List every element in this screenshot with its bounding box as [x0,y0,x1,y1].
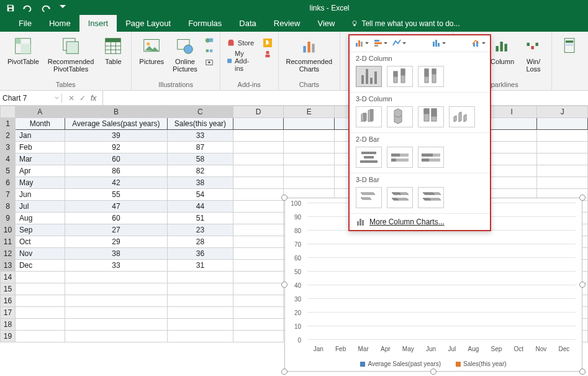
cell-C5[interactable]: 82 [168,165,233,177]
cell-J2[interactable] [537,130,588,142]
cell-I4[interactable] [486,154,537,165]
cell-C2[interactable]: 33 [168,130,233,142]
col-header-I[interactable]: I [486,106,537,118]
cell-I5[interactable] [486,165,537,177]
cell-C6[interactable]: 38 [168,177,233,189]
tab-home[interactable]: Home [40,15,79,32]
row-header-6[interactable]: 6 [1,177,16,189]
my-addins-button[interactable]: My Add-ins [225,49,258,73]
cell-B9[interactable]: 60 [65,213,167,224]
pivottable-button[interactable]: PivotTable [5,34,42,66]
undo-button[interactable] [20,1,36,15]
cell-A5[interactable]: Apr [15,165,65,177]
col-header-D[interactable]: D [233,106,284,118]
fx-label[interactable]: fx [91,94,96,103]
cell-B11[interactable]: 29 [65,236,167,248]
cell-B7[interactable]: 55 [65,189,167,201]
enter-formula-icon[interactable]: ✓ [79,94,86,103]
cell-E1[interactable] [284,118,335,130]
cell-B5[interactable]: 86 [65,165,167,177]
cell-B14[interactable] [65,272,167,283]
cell-D14[interactable] [233,272,284,283]
cell-A11[interactable]: Oct [15,236,65,248]
cell-B18[interactable] [65,319,167,331]
chart-resize-handle[interactable] [579,369,586,375]
cell-D12[interactable] [233,248,284,260]
row-header-8[interactable]: 8 [1,201,16,213]
stacked100-bar-2d[interactable] [418,147,444,168]
cell-D1[interactable] [233,118,284,130]
stacked100-column-3d[interactable] [418,106,444,127]
cell-A16[interactable] [15,295,65,307]
name-box[interactable]: Chart 7 [0,94,62,103]
sparkline-winloss-button[interactable]: Win/ Loss [520,34,546,74]
cell-C12[interactable]: 36 [168,248,233,260]
cell-D5[interactable] [233,165,284,177]
cell-A4[interactable]: Mar [15,154,65,165]
cell-D17[interactable] [233,307,284,319]
chart-resize-handle[interactable] [281,195,287,201]
histogram-type-btn[interactable] [430,37,446,49]
cell-D15[interactable] [233,283,284,295]
cell-B6[interactable]: 42 [65,177,167,189]
tab-view[interactable]: View [309,15,343,32]
cell-B10[interactable]: 27 [65,224,167,236]
pictures-button[interactable]: Pictures [137,34,166,66]
cell-B16[interactable] [65,295,167,307]
row-header-17[interactable]: 17 [1,307,16,319]
screenshot-button[interactable] [204,58,215,68]
row-header-12[interactable]: 12 [1,248,16,260]
tab-insert[interactable]: Insert [79,15,117,32]
bar-chart-type-btn[interactable] [372,37,388,49]
cell-E3[interactable] [284,142,335,154]
cell-B15[interactable] [65,283,167,295]
cell-C16[interactable] [168,295,233,307]
row-header-16[interactable]: 16 [1,295,16,307]
col-header-C[interactable]: C [168,106,233,118]
cell-B8[interactable]: 47 [65,201,167,213]
cell-C9[interactable]: 51 [168,213,233,224]
cell-A14[interactable] [15,272,65,283]
cell-C17[interactable] [168,307,233,319]
stacked-column-3d[interactable] [387,106,413,127]
cell-A10[interactable]: Sep [15,224,65,236]
cell-C3[interactable]: 87 [168,142,233,154]
cell-I1[interactable] [486,118,537,130]
cell-D16[interactable] [233,295,284,307]
stacked-bar-3d[interactable] [387,187,413,208]
row-header-9[interactable]: 9 [1,213,16,224]
tab-file[interactable]: File [10,15,40,32]
cell-C10[interactable]: 23 [168,224,233,236]
cell-J6[interactable] [537,177,588,189]
cell-A18[interactable] [15,319,65,331]
chart-resize-handle[interactable] [579,282,586,288]
cell-B17[interactable] [65,307,167,319]
cell-I6[interactable] [486,177,537,189]
bing-maps-button[interactable] [262,38,273,48]
row-header-13[interactable]: 13 [1,260,16,272]
row-header-15[interactable]: 15 [1,283,16,295]
cell-C1[interactable]: Sales(this year) [168,118,233,130]
slicer-button[interactable] [557,34,583,59]
qat-customize[interactable] [55,1,71,15]
cell-B19[interactable] [65,331,167,342]
cell-D18[interactable] [233,319,284,331]
smartart-button[interactable] [204,47,215,57]
cell-J1[interactable] [537,118,588,130]
cell-A12[interactable]: Nov [15,248,65,260]
row-header-3[interactable]: 3 [1,142,16,154]
line-chart-type-btn[interactable] [391,37,407,49]
chart-resize-handle[interactable] [579,195,586,201]
combo-type-btn[interactable] [470,37,486,49]
cell-C19[interactable] [168,331,233,342]
row-header-5[interactable]: 5 [1,165,16,177]
col-header-B[interactable]: B [65,106,167,118]
more-column-charts[interactable]: More Column Charts... [350,213,490,230]
cell-D7[interactable] [233,189,284,201]
cell-D2[interactable] [233,130,284,142]
clustered-column-2d[interactable] [356,66,382,87]
stacked-column-2d[interactable] [387,66,413,87]
tab-formulas[interactable]: Formulas [179,15,230,32]
row-header-4[interactable]: 4 [1,154,16,165]
cell-E2[interactable] [284,130,335,142]
